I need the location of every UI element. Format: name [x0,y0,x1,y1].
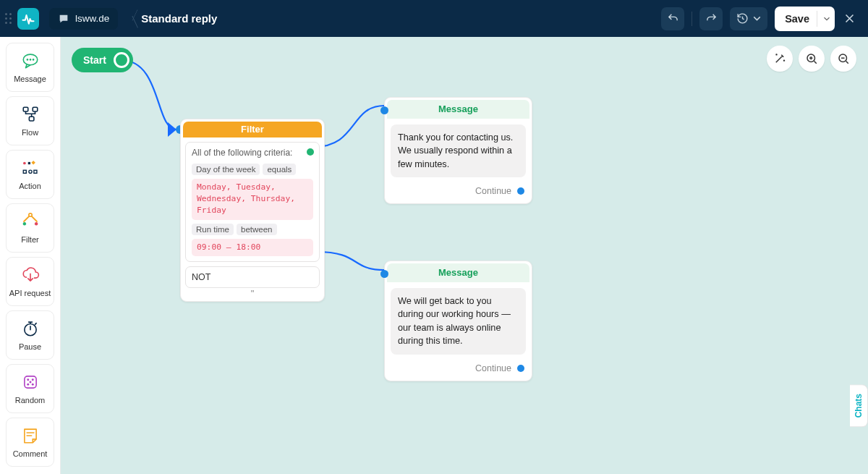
start-label: Start [83,54,106,66]
flow-icon [21,105,40,124]
svg-rect-11 [33,170,36,173]
continue-out-port[interactable] [517,365,524,372]
not-label: NOT [192,272,210,282]
svg-rect-5 [33,107,38,111]
canvas-controls [767,46,856,72]
message-node-title: Message [387,100,529,119]
criteria-match-port[interactable] [307,148,314,156]
redo-button[interactable] [699,7,723,30]
continue-label: Continue [475,363,511,373]
message-text: We will get back to you during our worki… [391,288,526,355]
magic-wand-icon [773,52,786,65]
message-in-port[interactable] [380,106,388,114]
svg-rect-6 [29,117,34,121]
history-dropdown-button[interactable] [730,7,767,30]
tool-label: Action [19,182,41,190]
divider [817,11,817,27]
tool-label: API request [9,289,51,297]
condition-field: Day of the week [192,164,260,175]
tool-label: Random [15,396,46,405]
page-title: Standard reply [141,12,217,25]
svg-point-21 [31,384,33,386]
svg-point-17 [27,378,29,381]
message-node-title: Message [387,263,529,282]
continue-label: Continue [475,186,511,196]
header-actions: Save [661,7,868,31]
zoom-in-button[interactable] [799,46,825,72]
svg-point-14 [34,222,37,225]
tool-label: Message [14,75,46,83]
zoom-out-button[interactable] [830,46,856,72]
message-icon [21,51,40,70]
svg-point-20 [27,384,29,386]
message-body: Thank you for contacting us. We usually … [385,119,532,183]
tool-label: Flow [22,128,38,137]
save-button[interactable]: Save [775,7,835,31]
chats-panel-tab[interactable]: Chats [850,384,868,427]
close-icon [843,12,856,25]
message-node-top[interactable]: Message Thank you for contacting us. We … [384,97,532,204]
magic-wand-button[interactable] [767,46,793,72]
svg-point-7 [23,162,26,165]
start-node[interactable]: Start [72,48,133,72]
message-footer: Continue [385,183,532,203]
breadcrumb-separator-icon [122,0,132,37]
svg-point-1 [26,59,28,61]
criteria-conditions: Day of the week equals Monday, Tuesday, … [192,164,313,257]
site-label: lsww.de [75,13,109,24]
flow-canvas[interactable]: Start Filter All of the following criter… [61,37,868,474]
redo-icon [705,12,718,25]
message-in-port[interactable] [380,270,388,278]
cloud-icon [21,266,40,284]
svg-point-18 [31,378,33,381]
close-button[interactable] [842,12,856,26]
tool-comment[interactable]: Comment [6,418,54,467]
app-header: lsww.de Standard reply Save [0,0,868,37]
filter-criteria-not[interactable]: NOT [185,266,320,288]
svg-rect-4 [23,107,28,111]
filter-node[interactable]: Filter All of the following criteria: Da… [180,119,325,302]
divider [692,12,692,26]
drag-handle-icon[interactable] [3,13,13,24]
action-icon [21,158,40,177]
filter-criteria-all[interactable]: All of the following criteria: Day of th… [185,142,320,262]
chat-icon [58,13,69,25]
main: Message Flow Action Filter API request P… [0,37,868,474]
condition-row: Run time between [192,224,313,235]
filter-hint: " [185,291,320,297]
continue-out-port[interactable] [517,187,524,195]
criteria-title: All of the following criteria: [192,148,313,159]
tool-sidebar: Message Flow Action Filter API request P… [0,37,61,474]
message-body: We will get back to you during our worki… [385,282,532,360]
zoom-out-icon [837,52,850,65]
zoom-in-icon [805,52,818,65]
condition-value: Monday, Tuesday, Wednesday, Thursday, Fr… [192,179,313,220]
save-label: Save [785,13,809,25]
tool-random[interactable]: Random [6,364,54,413]
tool-message[interactable]: Message [6,43,54,92]
undo-icon [667,12,679,25]
site-breadcrumb-button[interactable]: lsww.de [49,8,118,30]
svg-point-3 [32,59,34,61]
condition-value: 09:00 — 18:00 [192,239,313,256]
tool-api-request[interactable]: API request [6,257,54,306]
tool-filter[interactable]: Filter [6,203,54,253]
filter-icon [21,212,40,231]
start-out-port[interactable] [114,52,129,68]
app-logo[interactable] [17,8,39,30]
tool-flow[interactable]: Flow [6,96,54,145]
svg-point-12 [28,213,31,216]
undo-button[interactable] [661,7,684,30]
svg-rect-8 [27,162,30,164]
svg-point-13 [22,222,25,225]
svg-point-10 [28,170,31,173]
history-icon [736,12,749,25]
message-footer: Continue [385,360,532,381]
dice-icon [21,373,40,392]
stopwatch-icon [21,319,40,338]
tool-action[interactable]: Action [6,150,54,199]
message-node-bottom[interactable]: Message We will get back to you during o… [384,261,532,381]
note-icon [21,426,40,445]
tool-label: Pause [19,342,41,351]
tool-pause[interactable]: Pause [6,310,54,360]
